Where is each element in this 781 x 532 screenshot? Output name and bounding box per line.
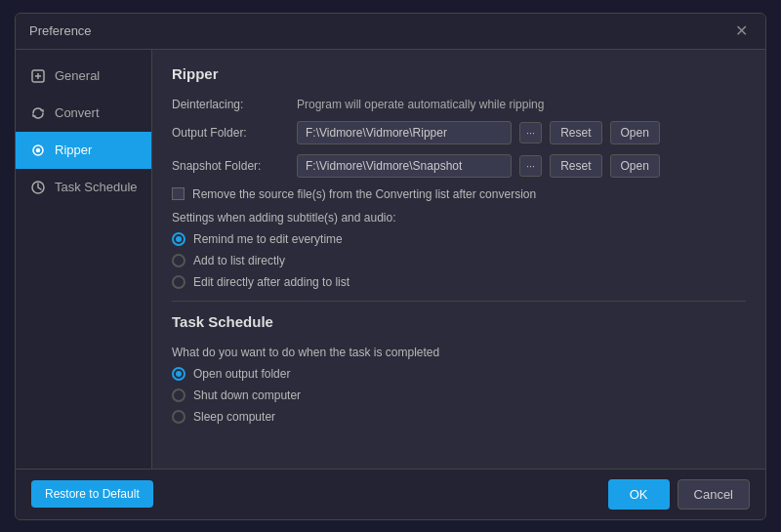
radio-remind-label: Remind me to edit everytime [193,232,343,246]
radio-add-directly-outer[interactable] [172,254,185,267]
sidebar-label-task-schedule: Task Schedule [55,180,138,194]
deinterlacing-row: Deinterlacing: Program will operate auto… [172,98,746,111]
preference-dialog: Preference ✕ General [15,13,766,520]
output-folder-dots-button[interactable]: ··· [519,122,542,143]
snapshot-folder-open-button[interactable]: Open [610,154,660,178]
output-folder-reset-button[interactable]: Reset [550,121,601,144]
sidebar-label-general: General [55,68,100,83]
general-icon [29,67,47,85]
deinterlacing-desc: Program will operate automatically while… [297,98,544,111]
sidebar-item-ripper[interactable]: Ripper [16,132,151,169]
cancel-button[interactable]: Cancel [678,479,750,510]
snapshot-folder-label: Snapshot Folder: [172,159,289,173]
task-schedule-desc: What do you want to do when the task is … [172,346,746,359]
section-divider [172,301,746,302]
snapshot-folder-dots-button[interactable]: ··· [519,155,542,177]
radio-remind-outer[interactable] [172,232,185,246]
snapshot-folder-row: Snapshot Folder: ··· Reset Open [172,154,746,178]
remove-source-label: Remove the source file(s) from the Conve… [192,187,536,201]
radio-remind-inner [176,236,182,242]
radio-add-directly[interactable]: Add to list directly [172,254,746,267]
radio-open-folder-inner [176,371,182,377]
remove-source-checkbox[interactable] [172,187,185,200]
radio-shut-down-label: Shut down computer [193,389,301,402]
output-folder-input[interactable] [297,121,512,144]
radio-shut-down[interactable]: Shut down computer [172,389,746,402]
task-schedule-section-title: Task Schedule [172,313,746,334]
output-folder-label: Output Folder: [172,126,289,140]
sidebar-item-task-schedule[interactable]: Task Schedule [16,169,151,206]
ripper-icon [29,142,47,159]
sidebar-item-convert[interactable]: Convert [16,95,151,132]
restore-default-button[interactable]: Restore to Default [31,480,153,508]
radio-edit-after-label: Edit directly after adding to list [193,275,349,289]
radio-sleep[interactable]: Sleep computer [172,410,746,424]
radio-sleep-label: Sleep computer [193,410,275,424]
sidebar-label-convert: Convert [55,105,100,120]
sidebar-item-general[interactable]: General [16,58,151,95]
ripper-section-title: Ripper [172,65,746,86]
sidebar-label-ripper: Ripper [55,143,92,157]
sidebar: General Convert [16,50,152,469]
radio-open-folder[interactable]: Open output folder [172,367,746,381]
dialog-title: Preference [29,23,92,38]
radio-remind[interactable]: Remind me to edit everytime [172,232,746,246]
titlebar: Preference ✕ [16,14,765,50]
snapshot-folder-reset-button[interactable]: Reset [550,154,601,178]
radio-shut-down-outer[interactable] [172,389,185,402]
task-schedule-icon [29,179,47,196]
main-content: Ripper Deinterlacing: Program will opera… [152,50,765,469]
radio-open-folder-outer[interactable] [172,367,185,381]
footer: Restore to Default OK Cancel [16,469,765,519]
output-folder-row: Output Folder: ··· Reset Open [172,121,746,144]
radio-sleep-outer[interactable] [172,410,185,424]
subtitle-settings-label: Settings when adding subtitle(s) and aud… [172,211,746,225]
radio-edit-after[interactable]: Edit directly after adding to list [172,275,746,289]
convert-icon [29,104,47,122]
ok-button[interactable]: OK [608,479,670,510]
snapshot-folder-input[interactable] [297,154,512,178]
close-button[interactable]: ✕ [731,21,752,41]
dialog-body: General Convert [16,50,765,469]
radio-open-folder-label: Open output folder [193,367,290,381]
svg-point-2 [37,148,40,151]
deinterlacing-label: Deinterlacing: [172,98,289,111]
footer-right: OK Cancel [608,479,750,510]
remove-source-checkbox-row[interactable]: Remove the source file(s) from the Conve… [172,187,746,201]
radio-edit-after-outer[interactable] [172,275,185,289]
radio-add-directly-label: Add to list directly [193,254,285,267]
output-folder-open-button[interactable]: Open [610,121,660,144]
